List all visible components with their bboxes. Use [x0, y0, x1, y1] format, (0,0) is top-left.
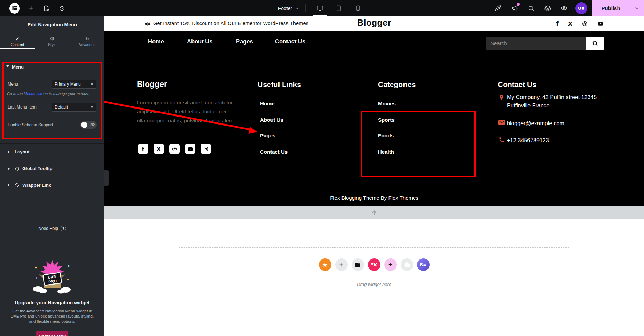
- category-foods[interactable]: Foods: [378, 133, 394, 138]
- topbar-divider: [271, 4, 271, 12]
- contact-email[interactable]: blogger@example.com: [507, 119, 564, 128]
- history-button[interactable]: [56, 0, 68, 16]
- contact-divider: [498, 131, 611, 131]
- upgrade-now-button[interactable]: Upgrade Now: [36, 331, 68, 336]
- nav-pages[interactable]: Pages: [236, 38, 253, 45]
- section-layout[interactable]: Layout: [0, 143, 104, 160]
- cloud-widget-button[interactable]: [401, 258, 413, 271]
- pencil-icon: [15, 36, 20, 41]
- scroll-top-bar[interactable]: [104, 206, 644, 219]
- help-circle-icon: ?: [61, 226, 66, 231]
- caret-right-icon: [8, 183, 11, 187]
- add-widget-button[interactable]: [335, 258, 348, 271]
- section-global-tooltip-label: Global Tooltip: [22, 166, 52, 171]
- menu-select[interactable]: Primary Menu: [52, 80, 96, 89]
- finder-search-button[interactable]: [525, 0, 537, 16]
- section-layout-label: Layout: [15, 149, 30, 154]
- menus-screen-link[interactable]: Menus screen: [24, 91, 48, 96]
- useful-links-title: Useful Links: [258, 80, 301, 89]
- chevron-down-icon: [91, 106, 93, 110]
- facebook-icon[interactable]: f: [556, 20, 558, 27]
- ai-widget-button[interactable]: ✦: [384, 258, 397, 271]
- tab-advanced[interactable]: Advanced: [70, 33, 104, 49]
- reycore-widget-button[interactable]: R≡: [417, 258, 430, 271]
- preview-canvas: Get Instant 15% Discount on All Our Elem…: [104, 16, 644, 336]
- facebook-icon[interactable]: f: [138, 144, 148, 154]
- search-button[interactable]: [586, 37, 604, 50]
- instagram-icon[interactable]: [201, 144, 211, 154]
- footer-link-home[interactable]: Home: [260, 101, 275, 106]
- nav-contact-us[interactable]: Contact Us: [275, 38, 305, 45]
- youtube-icon[interactable]: [185, 144, 195, 154]
- active-device-indicator: [313, 15, 327, 16]
- chevron-down-icon: [634, 6, 639, 11]
- publish-options-button[interactable]: [629, 6, 644, 11]
- caret-down-icon: [6, 65, 9, 69]
- menu-section-title: Menu: [12, 64, 24, 70]
- search-icon: [592, 40, 598, 47]
- category-sports[interactable]: Sports: [378, 117, 395, 123]
- footer-social-icons: f X: [138, 144, 211, 154]
- last-menu-item-value: Default: [55, 105, 68, 110]
- avatar: U≡: [575, 2, 587, 14]
- document-switcher[interactable]: Footer: [275, 0, 303, 16]
- header-social-icons: f X: [556, 20, 604, 27]
- contact-phone[interactable]: +12 3456789123: [507, 136, 549, 145]
- device-desktop-button[interactable]: [313, 0, 327, 16]
- checklist-rocket-button[interactable]: [492, 0, 504, 16]
- section-wrapper-link[interactable]: Wrapper Link: [0, 177, 104, 193]
- page-settings-button[interactable]: [40, 0, 52, 16]
- copyright-text: Flex Blogging Theme By Flex Themes: [104, 195, 644, 201]
- publish-button[interactable]: Publish: [592, 0, 644, 16]
- footer-link-pages[interactable]: Pages: [260, 133, 275, 138]
- schema-support-label: Enable Schema Support: [8, 122, 53, 127]
- uae-pro-illustration: UAE PRO: [30, 256, 75, 295]
- structure-button[interactable]: [541, 0, 554, 16]
- drop-zone[interactable]: ★ ΞK ✦ R≡ Drag widget here: [179, 247, 569, 302]
- email-icon: [498, 120, 505, 125]
- elementor-logo-icon: [9, 3, 20, 14]
- layers-icon: [544, 5, 551, 12]
- tab-style[interactable]: Style: [35, 33, 70, 49]
- device-tablet-button[interactable]: [332, 0, 346, 16]
- category-health[interactable]: Health: [378, 149, 394, 155]
- nav-home[interactable]: Home: [148, 38, 164, 45]
- x-twitter-icon[interactable]: X: [568, 21, 572, 27]
- need-help-label: Need Help: [38, 226, 58, 231]
- arrow-up-icon: [371, 209, 378, 216]
- section-global-tooltip[interactable]: Global Tooltip: [0, 160, 104, 177]
- favorites-widget-button[interactable]: ★: [319, 258, 331, 271]
- footer-link-contact-us[interactable]: Contact Us: [260, 149, 288, 155]
- menu-section-header[interactable]: Menu: [6, 64, 24, 70]
- menu-helper-text: Go to the Menus screen to manage your me…: [7, 91, 100, 96]
- tab-content[interactable]: Content: [0, 33, 35, 49]
- category-movies[interactable]: Movies: [378, 101, 396, 106]
- field-divider: [7, 118, 97, 118]
- search-input[interactable]: [486, 37, 586, 50]
- panel-collapse-handle[interactable]: [104, 170, 109, 186]
- schema-support-toggle[interactable]: No: [80, 121, 97, 129]
- drag-widget-hint: Drag widget here: [179, 282, 569, 287]
- elementskit-widget-button[interactable]: ΞK: [368, 258, 380, 271]
- footer-link-about-us[interactable]: About Us: [260, 117, 283, 123]
- whats-new-button[interactable]: [508, 0, 521, 16]
- user-avatar[interactable]: U≡: [574, 0, 589, 16]
- preview-button[interactable]: [558, 0, 570, 16]
- dribbble-icon[interactable]: [582, 21, 588, 27]
- nav-about-us[interactable]: About Us: [187, 38, 212, 45]
- elementor-logo[interactable]: [8, 0, 22, 16]
- caret-right-icon: [8, 167, 11, 170]
- add-element-button[interactable]: [25, 0, 37, 16]
- youtube-icon[interactable]: [597, 21, 604, 27]
- toggle-state: No: [90, 122, 95, 126]
- need-help-link[interactable]: Need Help ?: [0, 226, 104, 231]
- chevron-down-icon: [295, 6, 300, 11]
- last-menu-item-select[interactable]: Default: [52, 103, 96, 112]
- eye-icon: [560, 5, 568, 12]
- half-circle-icon: [50, 36, 55, 41]
- templates-widget-button[interactable]: [352, 258, 364, 271]
- dribbble-icon[interactable]: [169, 144, 180, 154]
- x-twitter-icon[interactable]: X: [154, 144, 164, 154]
- device-mobile-button[interactable]: [351, 0, 365, 16]
- contact-address: My Company, 42 Puffin street 12345 Puffi…: [507, 93, 622, 110]
